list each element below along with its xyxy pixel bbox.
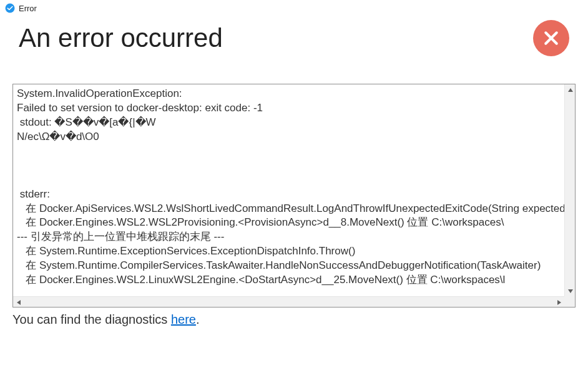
page-title: An error occurred: [19, 23, 223, 53]
svg-point-0: [6, 4, 15, 13]
scroll-up-arrow[interactable]: [565, 84, 576, 95]
footer-suffix: .: [196, 312, 200, 326]
scroll-left-arrow[interactable]: [13, 297, 24, 308]
docker-icon: [5, 3, 15, 13]
diagnostics-footer: You can find the diagnostics here.: [0, 308, 588, 327]
scroll-down-arrow[interactable]: [565, 286, 576, 296]
titlebar: Error: [0, 0, 588, 16]
diagnostics-link[interactable]: here: [171, 312, 196, 326]
svg-marker-3: [568, 88, 573, 92]
titlebar-label: Error: [19, 4, 37, 13]
svg-marker-4: [568, 289, 573, 293]
vertical-scrollbar[interactable]: [564, 84, 575, 296]
footer-prefix: You can find the diagnostics: [12, 312, 171, 326]
scroll-right-arrow[interactable]: [554, 297, 564, 308]
horizontal-scrollbar[interactable]: [13, 296, 564, 307]
header-row: An error occurred: [0, 16, 588, 62]
svg-marker-5: [17, 300, 21, 305]
error-close-button[interactable]: [533, 20, 569, 56]
close-icon: [542, 29, 561, 48]
scroll-corner: [564, 296, 575, 307]
error-textbox[interactable]: System.InvalidOperationException: Failed…: [12, 84, 576, 308]
svg-marker-6: [557, 300, 561, 305]
error-text: System.InvalidOperationException: Failed…: [13, 84, 564, 296]
